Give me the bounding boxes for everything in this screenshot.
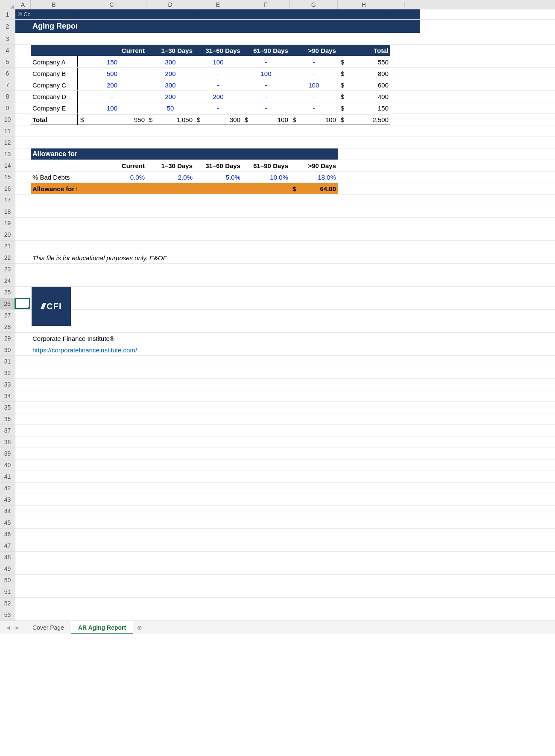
aging-value[interactable]: -	[194, 102, 242, 113]
cell-grid[interactable]: © Corporate Finance Institute®. All righ…	[15, 9, 555, 621]
row-header-20[interactable]: 20	[0, 229, 15, 241]
row-header-18[interactable]: 18	[0, 206, 15, 218]
row-header-37[interactable]: 37	[0, 425, 15, 436]
company-url-link[interactable]: https://corporatefinanceinstitute.com/	[31, 344, 77, 355]
bad-debts-value[interactable]: 2.0%	[146, 172, 194, 183]
aging-value[interactable]: -	[194, 79, 242, 90]
row-header-38[interactable]: 38	[0, 436, 15, 448]
aging-value[interactable]: -	[290, 91, 338, 102]
row-header-3[interactable]: 3	[0, 33, 15, 45]
row-header-21[interactable]: 21	[0, 241, 15, 252]
row-header-22[interactable]: 22	[0, 252, 15, 264]
row-header-8[interactable]: 8	[0, 91, 15, 102]
bad-debts-value[interactable]: 18.0%	[290, 172, 338, 183]
row-header-39[interactable]: 39	[0, 448, 15, 459]
aging-value[interactable]: 200	[146, 91, 194, 102]
row-header-23[interactable]: 23	[0, 264, 15, 275]
row-header-17[interactable]: 17	[0, 195, 15, 206]
column-header-C[interactable]: C	[77, 0, 146, 9]
column-header-I[interactable]: I	[390, 0, 420, 9]
row-header-25[interactable]: 25	[0, 287, 15, 298]
row-header-27[interactable]: 27	[0, 310, 15, 321]
row-header-34[interactable]: 34	[0, 390, 15, 402]
bad-debts-value[interactable]: 5.0%	[194, 172, 242, 183]
aging-value[interactable]: -	[242, 91, 290, 102]
aging-value[interactable]: 100	[77, 102, 146, 113]
row-header-40[interactable]: 40	[0, 459, 15, 471]
tab-next-icon[interactable]: ►	[15, 624, 20, 631]
row-header-49[interactable]: 49	[0, 563, 15, 575]
row-header-30[interactable]: 30	[0, 344, 15, 356]
row-header-10[interactable]: 10	[0, 114, 15, 125]
tab-prev-icon[interactable]: ◄	[5, 624, 11, 631]
row-header-15[interactable]: 15	[0, 172, 15, 183]
aging-value[interactable]: 200	[146, 68, 194, 79]
sheet-tab[interactable]: Cover Page	[26, 621, 71, 634]
row-header-36[interactable]: 36	[0, 413, 15, 425]
row-header-33[interactable]: 33	[0, 379, 15, 390]
row-header-26[interactable]: 26	[0, 298, 15, 310]
aging-value[interactable]: 100	[290, 79, 338, 90]
row-header-48[interactable]: 48	[0, 552, 15, 563]
row-header-5[interactable]: 5	[0, 56, 15, 68]
row-header-51[interactable]: 51	[0, 586, 15, 598]
aging-value[interactable]: 300	[146, 79, 194, 90]
row-header-32[interactable]: 32	[0, 367, 15, 379]
aging-value[interactable]: -	[242, 79, 290, 90]
aging-value[interactable]: -	[290, 102, 338, 113]
row-header-35[interactable]: 35	[0, 402, 15, 413]
aging-value[interactable]: 50	[146, 102, 194, 113]
column-header-A[interactable]: A	[15, 0, 31, 9]
aging-value[interactable]: 300	[146, 56, 194, 67]
column-header-F[interactable]: F	[242, 0, 290, 9]
sheet-tab[interactable]: AR Aging Report	[71, 621, 133, 634]
column-header-H[interactable]: H	[338, 0, 390, 9]
aging-value[interactable]: 150	[77, 56, 146, 67]
row-header-43[interactable]: 43	[0, 494, 15, 506]
row-header-44[interactable]: 44	[0, 506, 15, 517]
row-header-13[interactable]: 13	[0, 148, 15, 160]
row-header-45[interactable]: 45	[0, 517, 15, 529]
row-header-16[interactable]: 16	[0, 183, 15, 195]
row-header-4[interactable]: 4	[0, 45, 15, 56]
aging-value[interactable]: -	[77, 91, 146, 102]
bad-debts-value[interactable]: 0.0%	[77, 172, 146, 183]
aging-value[interactable]: 100	[242, 68, 290, 79]
row-header-11[interactable]: 11	[0, 125, 15, 137]
row-header-46[interactable]: 46	[0, 529, 15, 540]
aging-value[interactable]: 200	[77, 79, 146, 90]
row-header-19[interactable]: 19	[0, 218, 15, 229]
tab-nav[interactable]: ◄ ►	[0, 624, 26, 631]
aging-value[interactable]: -	[290, 56, 338, 67]
aging-value[interactable]: -	[290, 68, 338, 79]
column-header-D[interactable]: D	[146, 0, 194, 9]
row-header-29[interactable]: 29	[0, 333, 15, 344]
row-header-47[interactable]: 47	[0, 540, 15, 552]
aging-value[interactable]: -	[242, 56, 290, 67]
aging-value[interactable]: 100	[194, 56, 242, 67]
row-header-2[interactable]: 2	[0, 20, 15, 33]
row-header-14[interactable]: 14	[0, 160, 15, 172]
row-header-1[interactable]: 1	[0, 9, 15, 20]
add-sheet-button[interactable]: ⊕	[133, 624, 146, 631]
row-header-42[interactable]: 42	[0, 483, 15, 494]
select-all-corner[interactable]	[0, 0, 15, 9]
row-header-7[interactable]: 7	[0, 79, 15, 91]
row-header-12[interactable]: 12	[0, 137, 15, 148]
row-header-52[interactable]: 52	[0, 598, 15, 609]
column-header-E[interactable]: E	[194, 0, 242, 9]
aging-value[interactable]: -	[194, 68, 242, 79]
row-header-9[interactable]: 9	[0, 102, 15, 114]
row-header-53[interactable]: 53	[0, 609, 15, 621]
column-header-G[interactable]: G	[290, 0, 338, 9]
row-header-28[interactable]: 28	[0, 321, 15, 333]
bad-debts-value[interactable]: 10.0%	[242, 172, 290, 183]
row-header-41[interactable]: 41	[0, 471, 15, 483]
aging-value[interactable]: -	[242, 102, 290, 113]
row-header-24[interactable]: 24	[0, 275, 15, 287]
row-header-6[interactable]: 6	[0, 68, 15, 79]
aging-value[interactable]: 500	[77, 68, 146, 79]
row-header-31[interactable]: 31	[0, 356, 15, 367]
column-header-B[interactable]: B	[31, 0, 77, 9]
row-header-50[interactable]: 50	[0, 575, 15, 586]
